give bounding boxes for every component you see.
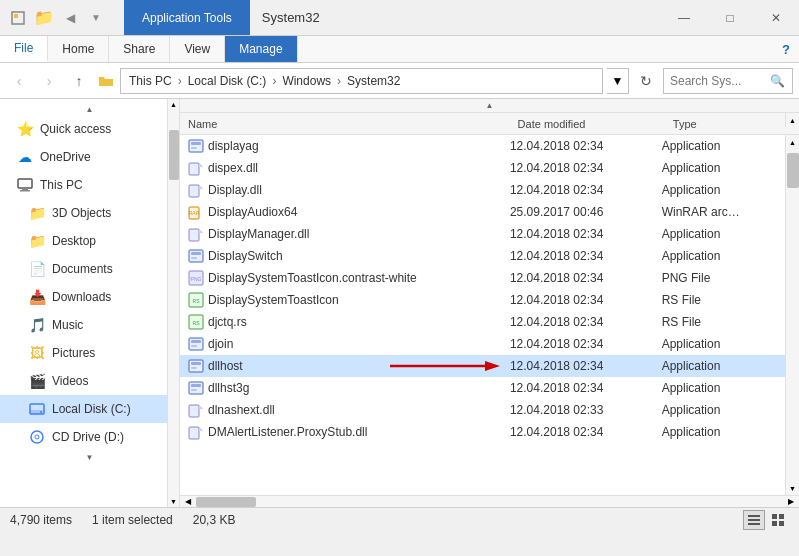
- table-row[interactable]: DisplayManager.dll 12.04.2018 02:34 Appl…: [180, 223, 785, 245]
- app-tools-label: Application Tools: [124, 0, 250, 35]
- sidebar-item-downloads[interactable]: 📥 Downloads: [0, 283, 179, 311]
- file-name-cell: djoin: [184, 336, 506, 352]
- sidebar-item-desktop[interactable]: 📁 Desktop: [0, 227, 179, 255]
- sidebar-item-onedrive[interactable]: ☁ OneDrive: [0, 143, 179, 171]
- file-vscroll-up-btn[interactable]: ▲: [786, 135, 799, 149]
- sidebar-scroll-track[interactable]: [168, 110, 179, 496]
- file-list-scroll-up[interactable]: ▲: [180, 99, 799, 113]
- sidebar-label-local-disk-c: Local Disk (C:): [52, 402, 131, 416]
- table-row[interactable]: dispex.dll 12.04.2018 02:34 Application: [180, 157, 785, 179]
- file-type-icon: [188, 380, 204, 396]
- col-header-type[interactable]: Type: [669, 113, 795, 134]
- tab-view[interactable]: View: [170, 36, 225, 62]
- sidebar-item-this-pc[interactable]: This PC: [0, 171, 179, 199]
- path-windows[interactable]: Windows: [282, 74, 331, 88]
- help-button[interactable]: ?: [773, 36, 799, 62]
- file-name-cell: RAR DisplayAudiox64: [184, 204, 506, 220]
- sidebar-scroll-thumb[interactable]: [169, 130, 179, 180]
- table-row[interactable]: RS djctq.rs 12.04.2018 02:34 RS File: [180, 311, 785, 333]
- downloads-icon: 📥: [28, 288, 46, 306]
- sidebar-item-videos[interactable]: 🎬 Videos: [0, 367, 179, 395]
- ribbon-spacer: [298, 36, 773, 62]
- sidebar-item-cd-drive-d[interactable]: CD Drive (D:): [0, 423, 179, 451]
- path-this-pc[interactable]: This PC: [129, 74, 172, 88]
- sidebar-scroll-down[interactable]: ▼: [0, 451, 179, 463]
- path-local-disk[interactable]: Local Disk (C:): [188, 74, 267, 88]
- file-hscroll-right[interactable]: ▶: [783, 496, 799, 508]
- file-date-cell: 12.04.2018 02:34: [506, 359, 658, 373]
- file-date-cell: 12.04.2018 02:34: [506, 293, 658, 307]
- forward-button[interactable]: ›: [36, 68, 62, 94]
- file-type-icon: [188, 358, 204, 374]
- refresh-button[interactable]: ↻: [633, 68, 659, 94]
- table-row[interactable]: RAR DisplayAudiox64 25.09.2017 00:46 Win…: [180, 201, 785, 223]
- file-list-scroll[interactable]: displayag 12.04.2018 02:34 Application d…: [180, 135, 785, 495]
- sidebar-scroll-up[interactable]: ▲: [0, 103, 179, 115]
- file-name-cell: dlnashext.dll: [184, 402, 506, 418]
- svg-rect-50: [748, 515, 760, 517]
- tab-file[interactable]: File: [0, 36, 48, 62]
- file-name-cell: RS DisplaySystemToastIcon: [184, 292, 506, 308]
- file-hscroll-thumb[interactable]: [196, 497, 256, 507]
- sidebar-scroll-down-btn[interactable]: ▼: [168, 496, 179, 507]
- table-row[interactable]: dllhost 12.04.2018 02:34 Application: [180, 355, 785, 377]
- svg-text:RS: RS: [193, 298, 201, 304]
- tab-share[interactable]: Share: [109, 36, 170, 62]
- table-row[interactable]: dlnashext.dll 12.04.2018 02:33 Applicati…: [180, 399, 785, 421]
- sidebar-item-quick-access[interactable]: ⭐ Quick access: [0, 115, 179, 143]
- svg-rect-21: [189, 229, 199, 241]
- sidebar-item-documents[interactable]: 📄 Documents: [0, 255, 179, 283]
- view-large-button[interactable]: [767, 510, 789, 530]
- sidebar-item-music[interactable]: 🎵 Music: [0, 311, 179, 339]
- table-row[interactable]: PNG DisplaySystemToastIcon.contrast-whit…: [180, 267, 785, 289]
- file-type-icon: [188, 248, 204, 264]
- svg-rect-24: [189, 250, 203, 262]
- minimize-button[interactable]: —: [661, 0, 707, 36]
- file-hscroll-track[interactable]: [196, 496, 783, 508]
- search-input[interactable]: [670, 74, 770, 88]
- svg-text:PNG: PNG: [191, 276, 202, 282]
- table-row[interactable]: DisplaySwitch 12.04.2018 02:34 Applicati…: [180, 245, 785, 267]
- svg-rect-12: [191, 147, 197, 149]
- svg-rect-37: [191, 362, 201, 365]
- table-row[interactable]: RS DisplaySystemToastIcon 12.04.2018 02:…: [180, 289, 785, 311]
- address-dropdown[interactable]: ▼: [607, 68, 629, 94]
- address-path[interactable]: This PC › Local Disk (C:) › Windows › Sy…: [120, 68, 603, 94]
- maximize-button[interactable]: □: [707, 0, 753, 36]
- col-header-date[interactable]: Date modified: [514, 113, 669, 134]
- file-type-cell: Application: [658, 337, 781, 351]
- svg-rect-11: [191, 142, 201, 145]
- svg-rect-56: [779, 521, 784, 526]
- table-row[interactable]: displayag 12.04.2018 02:34 Application: [180, 135, 785, 157]
- nav-dropdown-tb[interactable]: ▼: [86, 8, 106, 28]
- svg-rect-53: [772, 514, 777, 519]
- file-vscroll-up[interactable]: ▲: [785, 113, 799, 127]
- svg-rect-10: [189, 140, 203, 152]
- desktop-icon: 📁: [28, 232, 46, 250]
- sidebar-scroll-up-btn[interactable]: ▲: [168, 99, 179, 110]
- col-header-name[interactable]: Name: [184, 113, 514, 134]
- table-row[interactable]: dllhst3g 12.04.2018 02:34 Application: [180, 377, 785, 399]
- tab-manage[interactable]: Manage: [225, 36, 297, 62]
- onedrive-icon: ☁: [16, 148, 34, 166]
- title-bar: 📁 ◀ ▼ Application Tools System32 — □ ✕: [0, 0, 799, 36]
- table-row[interactable]: djoin 12.04.2018 02:34 Application: [180, 333, 785, 355]
- sidebar-item-3d-objects[interactable]: 📁 3D Objects: [0, 199, 179, 227]
- up-button[interactable]: ↑: [66, 68, 92, 94]
- file-vscroll-thumb[interactable]: [787, 153, 799, 188]
- tab-home[interactable]: Home: [48, 36, 109, 62]
- sidebar-item-pictures[interactable]: 🖼 Pictures: [0, 339, 179, 367]
- svg-rect-38: [191, 367, 197, 369]
- sidebar-item-local-disk-c[interactable]: Local Disk (C:): [0, 395, 179, 423]
- back-button[interactable]: ‹: [6, 68, 32, 94]
- path-system32[interactable]: System32: [347, 74, 400, 88]
- table-row[interactable]: DMAlertListener.ProxyStub.dll 12.04.2018…: [180, 421, 785, 443]
- table-row[interactable]: Display.dll 12.04.2018 02:34 Application: [180, 179, 785, 201]
- view-details-button[interactable]: [743, 510, 765, 530]
- svg-rect-13: [189, 163, 199, 175]
- file-hscroll-left[interactable]: ◀: [180, 496, 196, 508]
- file-vscroll-track[interactable]: [786, 149, 799, 481]
- close-button[interactable]: ✕: [753, 0, 799, 36]
- file-vscroll-down-btn[interactable]: ▼: [786, 481, 799, 495]
- sidebar-label-3d-objects: 3D Objects: [52, 206, 111, 220]
